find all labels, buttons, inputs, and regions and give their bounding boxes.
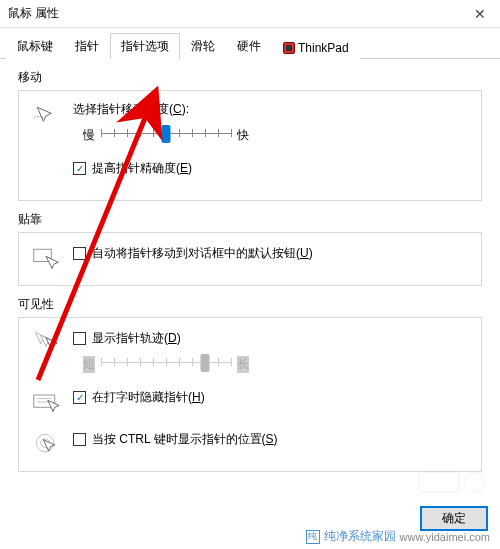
watermark-logo-icon: 纯 [306,530,320,544]
ok-button-label: 确定 [442,511,466,525]
motion-icon [31,101,61,131]
ctrl-locate-label: 当按 CTRL 键时显示指针的位置(S) [92,431,278,448]
window-title: 鼠标 属性 [8,5,468,22]
group-title-visibility: 可见性 [18,296,482,313]
slider-fast-label: 快 [237,127,249,144]
pointer-speed-slider[interactable] [101,124,231,146]
auto-snap-label: 自动将指针移动到对话框中的默认按钮(U) [92,245,313,262]
slider-slow-label: 慢 [83,127,95,144]
pointer-speed-label: 选择指针移动速度(C): [73,101,469,118]
group-title-snap: 贴靠 [18,211,482,228]
enhance-precision-label: 提高指针精确度(E) [92,160,192,177]
enhance-precision-checkbox[interactable] [73,162,86,175]
trails-icon [31,328,61,358]
tab-label: 滑轮 [191,39,215,53]
tab-thinkpad[interactable]: ThinkPad [272,36,360,59]
tab-pointer-options[interactable]: 指针选项 [110,33,180,59]
tab-label: 鼠标键 [17,39,53,53]
auto-snap-checkbox[interactable] [73,247,86,260]
show-trails-checkbox[interactable] [73,332,86,345]
show-trails-label: 显示指针轨迹(D) [92,330,181,347]
tab-label: 指针 [75,39,99,53]
close-icon[interactable]: ✕ [468,6,492,22]
tab-label: 指针选项 [121,39,169,53]
tab-buttons[interactable]: 鼠标键 [6,33,64,59]
hide-typing-icon [31,387,61,417]
snap-icon [31,243,61,273]
hide-typing-checkbox[interactable] [73,391,86,404]
thinkpad-icon [283,42,295,54]
tab-label: ThinkPad [298,41,349,55]
watermark-faint-icon [414,467,494,497]
trail-length-slider [101,353,231,375]
spacer-icon [31,158,61,188]
tab-label: 硬件 [237,39,261,53]
svg-point-8 [464,472,484,492]
svg-rect-7 [419,472,459,492]
slider-long-label: 长 [237,356,249,373]
watermark-url: www.yidaimei.com [400,531,490,543]
watermark-brand: 纯 纯净系统家园 www.yidaimei.com [306,528,490,545]
tab-wheel[interactable]: 滑轮 [180,33,226,59]
hide-typing-label: 在打字时隐藏指针(H) [92,389,205,406]
tab-hardware[interactable]: 硬件 [226,33,272,59]
group-title-motion: 移动 [18,69,482,86]
tab-strip: 鼠标键 指针 指针选项 滑轮 硬件 ThinkPad [0,28,500,59]
watermark-brand-text: 纯净系统家园 [324,528,396,545]
tab-pointers[interactable]: 指针 [64,33,110,59]
ctrl-locate-icon [31,429,61,459]
ctrl-locate-checkbox[interactable] [73,433,86,446]
slider-short-label: 短 [83,356,95,373]
